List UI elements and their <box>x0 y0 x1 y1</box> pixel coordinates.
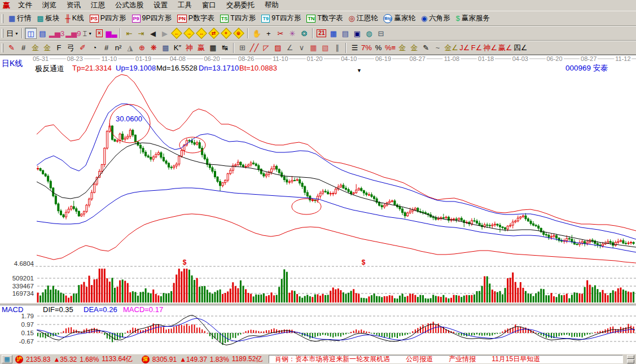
draw-fan-box[interactable]: ◸ <box>260 42 272 54</box>
menu-item[interactable]: 交易委托 <box>221 0 260 11</box>
save[interactable]: ▣ <box>351 28 363 39</box>
info-view[interactable]: ▤ <box>37 28 49 39</box>
draw-grid2[interactable]: # <box>100 42 112 54</box>
draw-gold-lines[interactable]: 金 <box>408 42 420 54</box>
draw-f-grid[interactable]: F <box>53 42 65 54</box>
toolbar-gripper[interactable] <box>2 14 3 23</box>
menu-item[interactable]: 文件 <box>13 0 37 11</box>
compress-horizontal[interactable]: ⇄ <box>208 28 220 39</box>
draw-j-angle[interactable]: J∠ <box>459 42 471 54</box>
draw-grid[interactable]: # <box>17 42 29 54</box>
draw-number-grid[interactable]: ▦ <box>207 42 219 54</box>
draw-bars[interactable]: ☰ <box>349 42 361 54</box>
menu-item[interactable]: 设置 <box>148 0 173 11</box>
draw-f-angle[interactable]: F∠ <box>471 42 483 54</box>
draw-gold-grid[interactable]: 金 <box>29 42 41 54</box>
btn-quotes[interactable]: ▦行情 <box>6 12 34 25</box>
draw-four-angle[interactable]: 四∠ <box>513 42 528 54</box>
reset-view[interactable]: ⊕ <box>233 28 245 39</box>
period-label[interactable]: 日K线 <box>2 59 23 69</box>
menu-item[interactable]: 窗口 <box>197 0 221 11</box>
multi-window[interactable]: ◫ <box>25 28 37 39</box>
calculator[interactable]: ▦ <box>327 28 339 39</box>
draw-shen-angle[interactable]: 神∠ <box>483 42 498 54</box>
draw-gann-circle[interactable]: ◔ <box>89 42 100 54</box>
shift-left[interactable]: ← <box>170 28 183 39</box>
print[interactable]: ⊟ <box>375 28 387 39</box>
notes[interactable]: ▤ <box>339 28 351 39</box>
draw-pen[interactable]: ✐ <box>77 42 89 54</box>
btn-hexagon[interactable]: ◉六角形 <box>418 12 453 25</box>
overlay-9[interactable]: ▂▅9 <box>65 28 81 39</box>
draw-frame[interactable]: ⊞ <box>236 42 248 54</box>
draw-red-grid2[interactable]: ▧ <box>319 42 331 54</box>
draw-gold-grid2[interactable]: 金 <box>41 42 53 54</box>
btn-t-square[interactable]: TST四方形 <box>217 12 259 25</box>
btn-winner-wheel[interactable]: Big赢家轮 <box>380 12 418 25</box>
draw-red-grid[interactable]: ▦ <box>308 42 319 54</box>
draw-gold-angle[interactable]: 金∠ <box>444 42 459 54</box>
menu-item[interactable]: 资讯 <box>62 0 86 11</box>
draw-diag-box[interactable]: ▨ <box>272 42 284 54</box>
candle-style[interactable]: ⌶▼ <box>81 28 93 39</box>
draw-target[interactable]: ⊕ <box>136 42 148 54</box>
draw-span-arrow[interactable]: ↹ <box>219 42 231 54</box>
draw-spider-web[interactable]: ❋ <box>148 42 160 54</box>
next-bar[interactable]: ▶ <box>159 28 170 39</box>
btn-t-number[interactable]: TNT数字表 <box>304 12 345 25</box>
btn-p-number[interactable]: PNP数字表 <box>174 12 217 25</box>
region-select[interactable]: × <box>93 28 105 39</box>
draw-pct-lines[interactable]: %≡ <box>384 42 396 54</box>
gann-flower-tool[interactable]: ✳ <box>286 28 298 39</box>
toolbar-gripper[interactable] <box>2 43 3 52</box>
menu-item[interactable]: 浏览 <box>37 0 62 11</box>
last-page[interactable]: ⇥ <box>135 28 147 39</box>
measure-tool[interactable]: ✂ <box>274 28 286 39</box>
crosshair-tool[interactable]: + <box>262 28 274 39</box>
draw-gold-circle[interactable]: 金 <box>396 42 408 54</box>
btn-gann-wheel[interactable]: ◎江恩轮 <box>346 12 381 25</box>
draw-ink-pen[interactable]: ✎ <box>420 42 432 54</box>
expand-horizontal[interactable]: ↔ <box>195 28 208 39</box>
draw-win-grid[interactable]: 赢 <box>195 42 207 54</box>
menu-item[interactable]: 公式选股 <box>110 0 148 11</box>
draw-win-angle[interactable]: 赢∠ <box>498 42 513 54</box>
draw-wave[interactable]: ~ <box>432 42 444 54</box>
ticker-scroll-up-button[interactable] <box>627 355 634 359</box>
expand-all[interactable]: + <box>220 28 233 39</box>
ticker-scroll-down-button[interactable] <box>627 359 634 363</box>
market-grid-button[interactable]: ▦ <box>2 355 12 363</box>
draw-web-grid[interactable]: ▩ <box>160 42 172 54</box>
draw-fan-lines[interactable]: ╱╱ <box>248 42 260 54</box>
menu-item[interactable]: 帮助 <box>260 0 284 11</box>
news-link-industry[interactable]: 产业情报 <box>449 355 476 363</box>
news-link-daily[interactable]: 11月15日早知道 <box>492 355 540 363</box>
prev-bar[interactable]: ◀ <box>147 28 159 39</box>
hand-tool[interactable]: ✋ <box>251 28 262 39</box>
btn-winner-service[interactable]: $赢家服务 <box>453 12 493 25</box>
menu-item[interactable]: 江恩 <box>86 0 110 11</box>
btn-9p-square[interactable]: P99P四方形 <box>129 12 175 25</box>
world-time[interactable]: ◍ <box>363 28 375 39</box>
draw-angle-ruler[interactable]: ◮ <box>124 42 136 54</box>
shift-right[interactable]: → <box>183 28 195 39</box>
news-headline[interactable]: 肖钢：资本市场将迎来新一轮发展机遇 <box>275 355 390 363</box>
toolbar-gripper[interactable] <box>2 29 3 38</box>
indicator-panel[interactable]: ▆▃ <box>105 28 117 39</box>
draw-pct[interactable]: % <box>372 42 384 54</box>
draw-7pct[interactable]: 7% <box>361 42 372 54</box>
draw-shen-grid[interactable]: 神 <box>183 42 195 54</box>
draw-brush[interactable]: ✎ <box>6 42 17 54</box>
draw-angle-lines[interactable]: ∠ <box>284 42 296 54</box>
btn-9t-square[interactable]: T99T四方形 <box>258 12 304 25</box>
news-link-company[interactable]: 公司报道 <box>406 355 433 363</box>
shanghai-badge-icon[interactable]: 沪 <box>15 356 23 363</box>
calendar[interactable]: 21 <box>315 28 327 39</box>
draw-bow-grid[interactable]: 弓 <box>65 42 77 54</box>
btn-sectors[interactable]: ▩板块 <box>34 12 62 25</box>
btn-p-square[interactable]: PSP四方形 <box>87 12 129 25</box>
knot-tool[interactable]: ❂ <box>298 28 310 39</box>
overlay-3[interactable]: ▂▅3 <box>49 28 65 39</box>
draw-square-n2[interactable]: n² <box>112 42 124 54</box>
draw-k-note[interactable]: K″ <box>172 42 183 54</box>
